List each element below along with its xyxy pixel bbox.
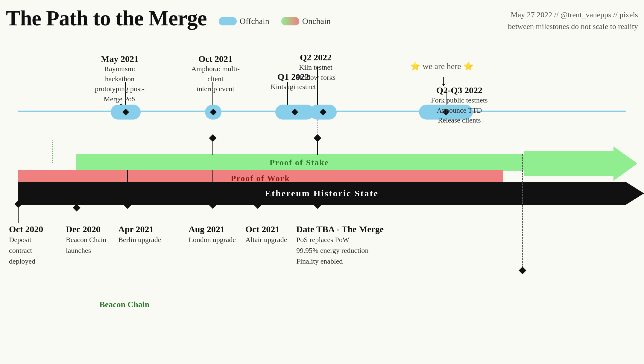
pill-may2021 bbox=[111, 105, 141, 120]
dotted-green-line bbox=[52, 140, 53, 163]
header-divider bbox=[6, 36, 638, 36]
event-desc-oct2021-top: Amphora: multi-clientinterop event bbox=[184, 64, 247, 94]
title-area: The Path to the Merge Offchain Onchain bbox=[6, 6, 331, 31]
pos-bar: Proof of Stake bbox=[76, 154, 522, 171]
legend: Offchain Onchain bbox=[219, 16, 331, 26]
eth-arrow bbox=[625, 182, 644, 205]
diamond-icon-q1-2022 bbox=[291, 109, 298, 116]
diamond-dec2020 bbox=[73, 204, 80, 211]
onchain-legend: Onchain bbox=[281, 16, 331, 26]
event-date-tba: Date TBA - The Merge PoS replaces PoW99.… bbox=[296, 224, 404, 267]
event-desc-dec2020: Beacon Chainlaunches bbox=[66, 234, 106, 256]
event-apr2021: Apr 2021 Berlin upgrade bbox=[118, 224, 161, 245]
event-desc-apr2021: Berlin upgrade bbox=[118, 234, 161, 245]
event-date-dec2020: Dec 2020 bbox=[66, 224, 106, 234]
event-date-oct2021-bottom: Oct 2021 bbox=[245, 224, 287, 234]
diamond-pos-aug2021 bbox=[209, 134, 216, 142]
pill-oct2021 bbox=[205, 105, 221, 120]
event-desc-may2021: Rayonism: hackathonprototyping post-Merg… bbox=[90, 64, 150, 104]
event-desc-q2q3-2022: Fork public testnetsAnnounce TTDRelease … bbox=[417, 95, 501, 126]
v-line-apr2021 bbox=[127, 170, 128, 205]
event-date-oct2020: Oct 2020 bbox=[9, 224, 43, 234]
diamond-pos-q1 bbox=[314, 134, 321, 142]
event-desc-q1-2022: Kintsugi testnet bbox=[269, 82, 317, 92]
page: The Path to the Merge Offchain Onchain M… bbox=[0, 0, 644, 364]
diamond-merge-bottom bbox=[519, 267, 526, 274]
meta-text: May 27 2022 // @trent_vanepps // pixelsb… bbox=[508, 9, 638, 32]
we-are-here-label: ⭐ we are here ⭐ bbox=[410, 61, 474, 71]
event-dec2020: Dec 2020 Beacon Chainlaunches bbox=[66, 224, 106, 256]
event-may2021: May 2021 Rayonism: hackathonprototyping … bbox=[90, 54, 150, 104]
page-title: The Path to the Merge bbox=[6, 6, 207, 31]
event-oct2021-bottom: Oct 2021 Altair upgrade bbox=[245, 224, 287, 245]
event-date-date-tba: Date TBA - The Merge bbox=[296, 224, 404, 234]
pill-q1-2022 bbox=[275, 105, 314, 120]
dashed-merge-line bbox=[522, 154, 523, 271]
eth-bar: Ethereum Historic State bbox=[18, 182, 625, 205]
v-line-dec2020 bbox=[76, 182, 77, 205]
offchain-legend: Offchain bbox=[219, 16, 269, 26]
timeline-area: ⭐ we are here ⭐ ↓ May 2021 Rayonism: hac… bbox=[0, 39, 644, 364]
event-date-may2021: May 2021 bbox=[90, 54, 150, 64]
event-date-q2q3-2022: Q2-Q3 2022 bbox=[417, 85, 501, 95]
event-oct2021-top: Oct 2021 Amphora: multi-clientinterop ev… bbox=[184, 54, 247, 94]
event-date-q2-2022: Q2 2022 bbox=[290, 52, 341, 62]
svg-marker-0 bbox=[524, 146, 637, 181]
pill-q2-2022 bbox=[310, 105, 337, 120]
event-q2q3-2022: Q2-Q3 2022 Fork public testnetsAnnounce … bbox=[417, 85, 501, 126]
eth-label: Ethereum Historic State bbox=[265, 188, 379, 198]
event-aug2021: Aug 2021 London upgrade bbox=[189, 224, 236, 245]
diamond-icon-oct2021 bbox=[210, 109, 217, 116]
offchain-icon bbox=[219, 17, 237, 25]
event-desc-aug2021: London upgrade bbox=[189, 234, 236, 245]
event-q2-2022: Q2 2022 Kiln testnetShadow forks bbox=[290, 52, 341, 82]
event-desc-q2-2022: Kiln testnetShadow forks bbox=[290, 62, 341, 82]
beacon-chain-label: Beacon Chain bbox=[99, 300, 149, 309]
event-oct2020: Oct 2020 Depositcontractdeployed bbox=[9, 224, 43, 267]
diamond-icon-q2-2022 bbox=[320, 109, 327, 116]
event-date-aug2021: Aug 2021 bbox=[189, 224, 236, 234]
header: The Path to the Merge Offchain Onchain M… bbox=[6, 6, 638, 32]
event-date-apr2021: Apr 2021 bbox=[118, 224, 161, 234]
event-desc-oct2020: Depositcontractdeployed bbox=[9, 234, 43, 267]
event-desc-oct2021-bottom: Altair upgrade bbox=[245, 234, 287, 245]
onchain-label: Onchain bbox=[302, 16, 331, 26]
event-desc-date-tba: PoS replaces PoW99.95% energy reductionF… bbox=[296, 234, 404, 267]
diamond-icon-may2021 bbox=[122, 109, 129, 116]
v-line-aug2021 bbox=[212, 170, 213, 205]
pos-label: Proof of Stake bbox=[270, 158, 329, 167]
event-date-oct2021-top: Oct 2021 bbox=[184, 54, 247, 64]
pos-continue bbox=[524, 146, 637, 181]
onchain-icon bbox=[281, 17, 299, 25]
offchain-label: Offchain bbox=[240, 16, 269, 26]
